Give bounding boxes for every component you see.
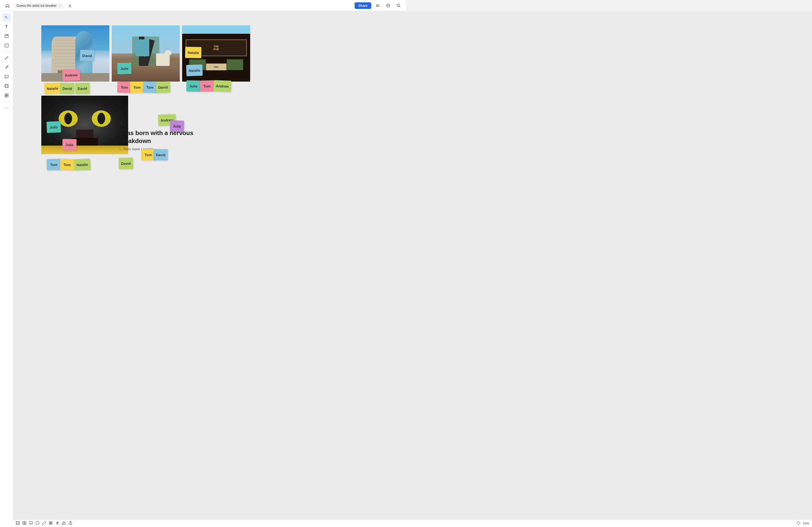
svg-rect-9	[7, 94, 8, 95]
sticky-natalie-3: Natalie	[186, 64, 203, 76]
sticky-tom-5: Tom	[47, 159, 61, 170]
document-title: Guess the artist ice breaker	[16, 4, 57, 7]
canvas: THEPUB PIES	[13, 11, 406, 264]
sticky-natalie-2: Natalie	[185, 47, 202, 58]
shape-tool[interactable]	[2, 41, 11, 50]
text-tool[interactable]: T	[2, 22, 11, 31]
svg-line-5	[5, 57, 8, 59]
sticky-tom-1: Tom	[117, 81, 132, 93]
template-tool[interactable]	[2, 91, 11, 100]
svg-rect-10	[5, 96, 6, 97]
sticky-julie-1: Julie	[117, 63, 132, 74]
sticky-david-4: David	[156, 81, 170, 93]
quote-attribution: — Yves Saint Laurent	[119, 147, 217, 151]
sticky-david-3: David	[80, 50, 95, 61]
header: Guess the artist ice breaker ☆ Share	[0, 0, 406, 11]
sticky-tom-2: Tom	[130, 81, 144, 93]
svg-rect-8	[5, 94, 6, 95]
sticky-tom-3: Tom	[143, 81, 157, 93]
cursor-tool[interactable]: ↖	[2, 13, 11, 21]
settings-icon[interactable]	[374, 2, 381, 10]
education-icon[interactable]	[385, 2, 392, 10]
frame-tool[interactable]	[2, 82, 11, 90]
sticky-david-5: David	[154, 149, 168, 160]
sidebar: ↖ T	[0, 11, 13, 264]
sticky-tom-4: Tom	[200, 80, 214, 92]
sticky-andrew-1: Andrew	[62, 69, 80, 81]
sticky-andrew-2: Andrew	[213, 80, 231, 92]
sticky-david-1: David	[60, 82, 75, 94]
sticky-david-6: David	[119, 157, 133, 169]
sticky-julie-3: Julie	[46, 121, 61, 133]
export-button[interactable]	[67, 2, 73, 9]
sticky-david-2: David	[75, 82, 90, 94]
svg-rect-7	[6, 85, 8, 87]
sticky-julie-2: Julie	[186, 80, 201, 92]
line-tool[interactable]	[2, 54, 11, 62]
svg-rect-3	[5, 34, 8, 38]
pen-tool[interactable]	[2, 63, 11, 72]
sticky-natalie-4: Natalie	[74, 159, 91, 170]
favorite-icon[interactable]: ☆	[58, 4, 61, 7]
quote-text: I was born with a nervous breakdown	[119, 129, 217, 145]
divider	[3, 51, 10, 52]
document-tab[interactable]: Guess the artist ice breaker ☆	[14, 3, 64, 9]
search-icon[interactable]	[395, 2, 402, 10]
comment-tool[interactable]	[2, 73, 11, 81]
svg-rect-4	[5, 44, 8, 47]
more-tools[interactable]: ···	[2, 104, 11, 112]
sticky-julie-5: Julie	[170, 120, 184, 132]
share-button[interactable]: Share	[354, 2, 371, 9]
sticky-tom-6: Tom	[60, 159, 74, 170]
sticky-natalie-1: Natalie	[44, 82, 61, 94]
sticky-julie-4: Julie	[62, 139, 77, 150]
sticky-tool[interactable]	[2, 32, 11, 40]
home-button[interactable]	[4, 2, 11, 10]
svg-rect-6	[5, 85, 8, 88]
svg-rect-11	[7, 96, 8, 97]
